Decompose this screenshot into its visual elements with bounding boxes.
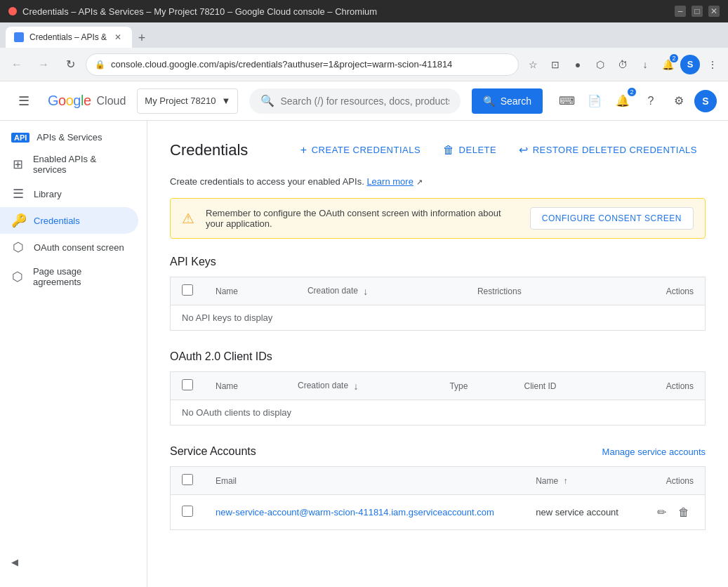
profile-button[interactable]: S xyxy=(680,55,700,74)
title-bar-title: Credentials – APIs & Services – My Proje… xyxy=(22,6,377,17)
back-button[interactable]: ← xyxy=(6,53,28,76)
address-bar: ← → ↻ 🔒 console.cloud.google.com/apis/cr… xyxy=(0,48,728,81)
forward-button[interactable]: → xyxy=(32,53,55,76)
tab-label: Credentials – APIs & xyxy=(29,32,107,42)
title-bar: Credentials – APIs & Services – My Proje… xyxy=(0,0,728,22)
close-button[interactable]: ✕ xyxy=(708,6,720,17)
account-icon[interactable]: ● xyxy=(568,55,588,74)
minimize-button[interactable]: – xyxy=(675,6,686,17)
tab-favicon xyxy=(14,32,24,42)
new-tab-button[interactable]: + xyxy=(132,28,152,48)
bookmark-icon[interactable]: ☆ xyxy=(523,55,543,74)
menu-button[interactable]: ⋮ xyxy=(703,55,722,74)
lock-icon: 🔒 xyxy=(95,60,105,70)
maximize-button[interactable]: □ xyxy=(691,6,703,17)
cast-icon[interactable]: ⊡ xyxy=(545,55,565,74)
history-icon[interactable]: ⏱ xyxy=(613,55,633,74)
url-text: console.cloud.google.com/apis/credential… xyxy=(111,59,510,70)
download-icon[interactable]: ↓ xyxy=(635,55,655,74)
reload-button[interactable]: ↻ xyxy=(59,53,81,76)
url-bar[interactable]: 🔒 console.cloud.google.com/apis/credenti… xyxy=(86,53,519,76)
tab-bar: Credentials – APIs & ✕ + xyxy=(0,22,728,48)
notification-icon[interactable]: 🔔 2 xyxy=(658,55,677,74)
active-tab[interactable]: Credentials – APIs & ✕ xyxy=(6,27,132,48)
close-window-dot[interactable] xyxy=(8,7,17,15)
tab-close-button[interactable]: ✕ xyxy=(112,32,124,43)
notification-badge: 2 xyxy=(669,53,679,63)
extensions-icon[interactable]: ⬡ xyxy=(590,55,610,74)
